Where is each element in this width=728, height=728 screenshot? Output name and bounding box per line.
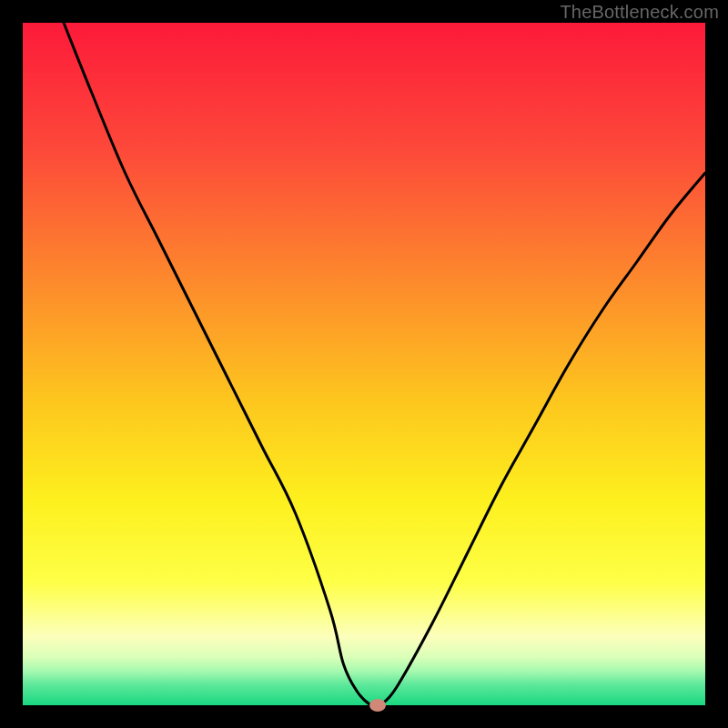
- plot-area: [23, 23, 705, 705]
- bottleneck-chart: [0, 0, 728, 728]
- watermark-text: TheBottleneck.com: [560, 2, 719, 23]
- optimum-marker: [369, 699, 386, 712]
